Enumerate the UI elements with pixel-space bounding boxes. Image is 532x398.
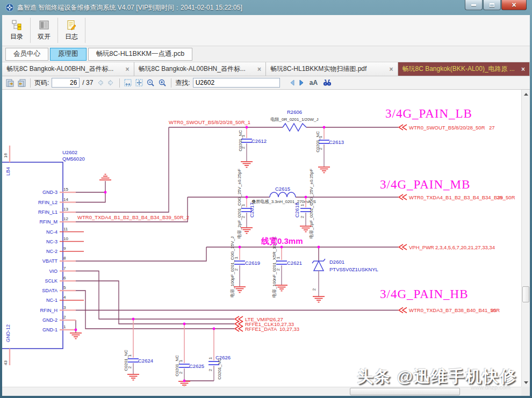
- svg-text:C2615: C2615: [275, 186, 290, 192]
- doc-tab-label: 畅玩8C Bangkok-AL00BHN_器件标...: [139, 64, 246, 74]
- doc-tab-4-active[interactable]: 畅玩8C Bangkok(BKK-AL00)_电路原 ... ×: [398, 62, 530, 76]
- svg-text:3: 3: [63, 305, 66, 310]
- svg-text:2: 2: [234, 268, 239, 271]
- scroll-up-button[interactable]: [522, 90, 530, 98]
- tvs-diode-D2601: 2D2601PTVS5V0Z1USKNYL: [312, 247, 378, 296]
- vertical-scrollbar[interactable]: [521, 90, 530, 387]
- svg-text:电容_100pF_0201_C0G_25V_J: 电容_100pF_0201_C0G_25V_J: [230, 236, 235, 297]
- log-label: 日志: [65, 32, 78, 41]
- ground-symbol: [241, 162, 253, 168]
- doc-tab-label: 畅玩8C Bangkok(BKK-AL00)_电路原 ...: [402, 64, 515, 74]
- zoom-out-icon[interactable]: [146, 78, 155, 88]
- svg-text:C2621: C2621: [287, 260, 302, 266]
- close-tab-icon[interactable]: ×: [521, 66, 525, 73]
- close-icon: ×: [512, 1, 516, 9]
- next-page-icon[interactable]: [107, 78, 116, 87]
- offpage-port-VPH_PWR: VPH_PWR2,3,4,5,6,7,20,21,27,33,34: [399, 244, 495, 250]
- doc-tab-1[interactable]: 畅玩8C Bangkok-AL00BHN_器件标... ×: [2, 62, 134, 76]
- svg-text:WTR0_SWOUT_B5/8/20/28_50R: WTR0_SWOUT_B5/8/20/28_50R: [409, 125, 485, 131]
- svg-text:5: 5: [63, 285, 66, 290]
- page-import-icon[interactable]: [17, 78, 26, 88]
- close-tab-icon[interactable]: ×: [125, 66, 129, 73]
- capacitor-C2612: C2612C0201_NC12: [238, 127, 267, 161]
- ground-symbol: [99, 175, 111, 180]
- svg-text:8: 8: [63, 256, 66, 260]
- app-window: 鑫智造 智能终端设备维修查询系统 V4.07 [VIP到期时间：2041-02-…: [0, 0, 532, 398]
- zoom-in-icon[interactable]: [158, 78, 167, 88]
- svg-text:1: 1: [276, 256, 281, 259]
- page-export-icon[interactable]: [5, 78, 15, 88]
- svg-text:C2618: C2618: [294, 202, 300, 218]
- fit-width-icon[interactable]: [124, 78, 132, 87]
- ground-symbol: [313, 296, 325, 302]
- vertical-scroll-thumb[interactable]: [522, 286, 529, 302]
- svg-text:NC-4: NC-4: [46, 229, 57, 235]
- page-total-label: / 37: [82, 79, 93, 86]
- svg-text:NC-1: NC-1: [46, 298, 57, 303]
- minimize-button[interactable]: [465, 0, 483, 10]
- capacitor-C2619: C2619电容_100pF_0201_C0G_25V_J12: [230, 236, 260, 297]
- pdf-separator: [171, 78, 171, 88]
- svg-text:RFIN_M: RFIN_M: [40, 219, 58, 225]
- tab-pcb-file[interactable]: 畅玩8C-HL1BKKM一点通.pcb: [88, 48, 193, 61]
- scroll-down-button[interactable]: [522, 378, 530, 387]
- tab-member-center[interactable]: 会员中心: [5, 48, 48, 61]
- svg-text:NC-2: NC-2: [46, 249, 57, 254]
- svg-text:2: 2: [312, 288, 317, 291]
- svg-text:GND-3: GND-3: [42, 190, 57, 195]
- svg-text:SDATA: SDATA: [42, 288, 57, 293]
- svg-text:U2602: U2602: [62, 149, 77, 155]
- svg-text:1: 1: [178, 359, 183, 362]
- svg-text:1: 1: [241, 134, 246, 137]
- find-label: 查找:: [175, 78, 190, 88]
- close-tab-icon[interactable]: ×: [257, 66, 261, 73]
- find-next-icon[interactable]: [298, 79, 305, 86]
- close-tab-icon[interactable]: ×: [389, 66, 393, 73]
- horizontal-scroll-thumb[interactable]: [350, 388, 460, 395]
- schematic-canvas[interactable]: U2602QM560201643LB4GND-1215GND-314RFIN_L…: [2, 90, 521, 387]
- find-input[interactable]: [193, 78, 280, 88]
- nav-tab-bar: 会员中心 原理图 畅玩8C-HL1BKKM一点通.pcb: [2, 46, 530, 62]
- page-number-input[interactable]: [52, 78, 80, 88]
- ground-symbol: [70, 333, 82, 339]
- inductor-C2615: C2615叠层电感_3.3nH_0201_270mA_S: [251, 186, 316, 204]
- svg-text:C2624: C2624: [138, 358, 153, 364]
- match-case-icon[interactable]: aA: [310, 79, 318, 86]
- fit-page-icon[interactable]: [135, 78, 143, 87]
- svg-text:PTVS5V0Z1USKNYL: PTVS5V0Z1USKNYL: [329, 266, 378, 272]
- svg-text:1: 1: [241, 204, 246, 206]
- doc-tab-label: 畅玩8C-HL1BKKM实物扫描图.pdf: [270, 64, 366, 74]
- svg-text:25: 25: [497, 194, 503, 200]
- svg-text:VIO: VIO: [49, 269, 57, 274]
- horizontal-scrollbar[interactable]: [2, 387, 521, 396]
- svg-text:C2613: C2613: [329, 139, 344, 145]
- svg-text:3/4G_PAIN_LB: 3/4G_PAIN_LB: [385, 107, 472, 120]
- toolbar-separator: [57, 18, 58, 43]
- dual-open-button[interactable]: 双开: [32, 16, 56, 45]
- tab-schematic[interactable]: 原理图: [50, 48, 87, 61]
- svg-text:11: 11: [63, 227, 68, 231]
- svg-text:RFIN_L1: RFIN_L1: [38, 209, 57, 215]
- log-button[interactable]: 日志: [59, 16, 84, 45]
- prev-page-icon[interactable]: [96, 78, 104, 87]
- svg-text:2: 2: [127, 366, 132, 368]
- svg-text:25: 25: [491, 307, 497, 313]
- doc-tab-3[interactable]: 畅玩8C-HL1BKKM实物扫描图.pdf ×: [266, 62, 398, 76]
- tab-label: 原理图: [58, 49, 78, 59]
- maximize-button[interactable]: [483, 0, 501, 10]
- toolbar-separator: [30, 18, 31, 43]
- catalog-button[interactable]: 目录: [4, 16, 29, 45]
- svg-text:R2606: R2606: [287, 109, 302, 115]
- find-prev-icon[interactable]: [289, 79, 296, 86]
- doc-tab-2[interactable]: 畅玩8C Bangkok-AL00BHN_器件标... ×: [134, 62, 267, 76]
- maximize-icon: [490, 3, 494, 7]
- ground-symbol: [234, 287, 246, 293]
- binoculars-search-icon[interactable]: [322, 79, 332, 86]
- svg-text:2: 2: [241, 146, 246, 149]
- pdf-toolbar: 页码: / 37 查找:: [2, 76, 530, 90]
- svg-text:GND-2: GND-2: [42, 317, 57, 323]
- svg-text:4: 4: [63, 295, 66, 300]
- app-icon: [5, 3, 14, 12]
- close-button[interactable]: ×: [501, 0, 527, 10]
- svg-text:10: 10: [63, 236, 68, 241]
